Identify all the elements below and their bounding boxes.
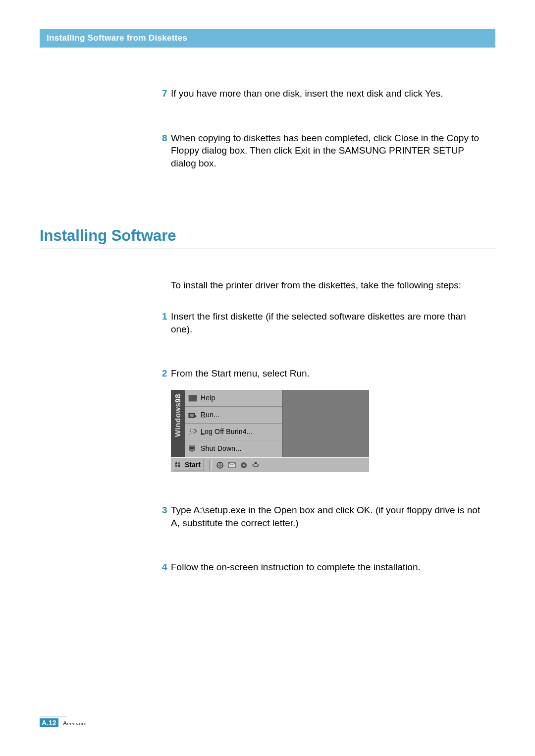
- step-item: 4 Follow the on-screen instruction to co…: [171, 561, 485, 574]
- step-text: If you have more than one disk, insert t…: [171, 88, 443, 99]
- step-text: Follow the on-screen instruction to comp…: [171, 562, 421, 572]
- svg-rect-1: [190, 414, 194, 417]
- start-button: Start: [173, 459, 204, 471]
- section-header-bar: Installing Software from Diskettes: [40, 29, 495, 48]
- step-text: Insert the first diskette (if the select…: [171, 311, 466, 334]
- step-text: When copying to diskettes has been compl…: [171, 133, 479, 168]
- logoff-icon: [188, 428, 198, 436]
- step-item: 7 If you have more than one disk, insert…: [171, 87, 485, 100]
- section-header-title: Installing Software from Diskettes: [47, 33, 187, 43]
- content-area: To install the printer driver from the d…: [40, 279, 495, 574]
- footer-label: Appendix: [63, 720, 86, 727]
- step-number: 4: [162, 561, 167, 574]
- svg-point-9: [243, 464, 245, 466]
- document-page: Installing Software from Diskettes 7 If …: [0, 0, 535, 574]
- tray-desktop-icon: [251, 461, 261, 470]
- shutdown-icon: [188, 444, 198, 453]
- menu-item-run-label: Run...: [201, 410, 220, 420]
- svg-rect-4: [190, 447, 194, 449]
- intro-paragraph: To install the printer driver from the d…: [171, 279, 485, 292]
- menu-row-logoff: Log Off Burin4...: [171, 424, 282, 440]
- menu-item-logoff-label: Log Off Burin4...: [201, 427, 253, 436]
- step-item: 1 Insert the first diskette (if the sele…: [171, 310, 485, 335]
- step-number: 3: [162, 504, 167, 517]
- section-heading: Installing Software: [40, 227, 495, 249]
- page-footer: A.12 Appendix: [40, 716, 86, 727]
- menu-row-shutdown: Shut Down...: [171, 440, 282, 457]
- svg-rect-5: [191, 451, 193, 452]
- run-icon: [188, 411, 198, 420]
- windows-flag-icon: [175, 462, 183, 469]
- content-area: 7 If you have more than one disk, insert…: [40, 87, 495, 170]
- svg-rect-10: [255, 462, 257, 464]
- footer-rule: [40, 716, 67, 716]
- menu-row-help: Help: [171, 390, 282, 407]
- step-number: 7: [162, 87, 167, 100]
- menu-row-run: Windows98 Run...: [171, 407, 282, 424]
- start-menu: Help Windows98 Run...: [171, 390, 283, 457]
- step-number: 2: [162, 367, 167, 380]
- start-button-label: Start: [185, 460, 201, 470]
- help-icon: [188, 394, 198, 403]
- tray-channel-icon: [239, 461, 249, 470]
- step-item: 3 Type A:\setup.exe in the Open box and …: [171, 504, 485, 529]
- taskbar-separator: [209, 460, 212, 471]
- windows-brand-text: Windows98: [173, 394, 183, 437]
- page-section-badge: A.12: [40, 718, 58, 727]
- step-number: 8: [162, 132, 167, 145]
- tray-ie-icon: [215, 461, 225, 470]
- step-text: From the Start menu, select Run.: [171, 368, 310, 378]
- step-item: 2 From the Start menu, select Run.: [171, 367, 485, 380]
- menu-item-shutdown-label: Shut Down...: [201, 444, 242, 453]
- intro-text: To install the printer driver from the d…: [171, 280, 461, 290]
- tray-mail-icon: [227, 461, 237, 470]
- step-item: 8 When copying to diskettes has been com…: [171, 132, 485, 170]
- step-number: 1: [162, 310, 167, 323]
- menu-item-help-label: Help: [201, 393, 215, 403]
- step-text: Type A:\setup.exe in the Open box and cl…: [171, 505, 480, 528]
- desktop-area: [283, 390, 369, 457]
- svg-point-2: [190, 429, 193, 432]
- start-menu-figure: Help Windows98 Run...: [171, 390, 369, 472]
- taskbar: Start: [171, 457, 369, 472]
